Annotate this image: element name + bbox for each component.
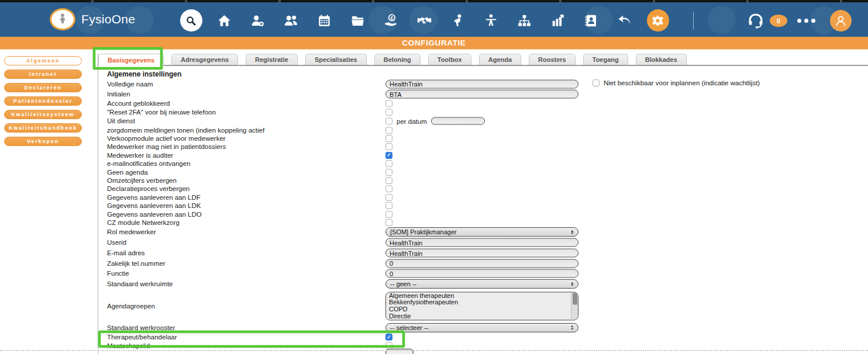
orgchart-icon[interactable] bbox=[508, 7, 541, 34]
field-row-functie: Functie0 bbox=[107, 268, 587, 279]
tab-toolbox[interactable]: Toolbox bbox=[428, 54, 471, 65]
bottom-dotted-line bbox=[0, 350, 868, 351]
field-row-reset-2fa: "Reset 2FA" voor bij nieuwe telefoon bbox=[107, 108, 587, 116]
user-add-icon[interactable] bbox=[241, 7, 274, 34]
sidebar-item-algemeen[interactable]: Algemeen bbox=[4, 56, 82, 65]
agendagroepen-listbox[interactable]: Algemeen therapeutenBekkenfysiotherapeut… bbox=[385, 291, 578, 320]
logo-figure-icon bbox=[50, 8, 75, 30]
field-row-initialen: InitialenBTA bbox=[107, 89, 587, 100]
user-avatar[interactable] bbox=[830, 10, 852, 32]
cz-module-netwerkzorg-checkbox[interactable] bbox=[385, 219, 392, 226]
account-geblokkeerd-label: Account geblokkeerd bbox=[107, 100, 170, 107]
gegevens-aanleveren-ldo-checkbox[interactable] bbox=[385, 211, 392, 218]
initialen-input[interactable]: BTA bbox=[385, 90, 578, 99]
sidebar-item-pati-ntendossier[interactable]: Patiëntendossier bbox=[4, 96, 82, 106]
tab-specialisaties[interactable]: Specialisaties bbox=[305, 54, 367, 65]
select-stepper-icon: ▲▼ bbox=[571, 325, 574, 330]
home-icon[interactable] bbox=[208, 7, 241, 34]
tab-agenda[interactable]: Agenda bbox=[479, 54, 521, 65]
functie-label: Functie bbox=[107, 270, 129, 277]
field-row-maatschapslid: Maatschapslid bbox=[107, 341, 587, 349]
contacts-icon[interactable] bbox=[574, 7, 608, 34]
tab-blokkades[interactable]: Blokkades bbox=[636, 54, 687, 65]
balance-icon[interactable] bbox=[474, 7, 508, 34]
rol-medewerker-label: Rol medewerker bbox=[107, 228, 156, 235]
standaard-werkrooster-select[interactable]: -- selecteer --▲▼ bbox=[385, 323, 578, 332]
field-row-zorgdomein-meldingen: zorgdomein meldingen tonen (indien koppe… bbox=[107, 126, 587, 134]
declaratieproces-verbergen-checkbox[interactable] bbox=[385, 185, 392, 192]
verkoopmodule-actief-checkbox[interactable] bbox=[385, 135, 392, 142]
users-icon[interactable] bbox=[274, 7, 308, 34]
exercise-icon[interactable] bbox=[441, 7, 474, 34]
omzetcijfers-verbergen-checkbox[interactable] bbox=[385, 177, 392, 184]
tab-toegang[interactable]: Toegang bbox=[583, 54, 628, 65]
standaard-werkrooster-selected-value: -- selecteer -- bbox=[390, 324, 428, 331]
field-row-gegevens-aanleveren-ldf: Gegevens aanleveren aan LDF bbox=[107, 193, 587, 202]
medewerker-is-auditer-checkbox[interactable]: ✓ bbox=[385, 152, 392, 159]
account-geblokkeerd-checkbox[interactable] bbox=[385, 100, 392, 107]
reset-2fa-label: "Reset 2FA" voor bij nieuwe telefoon bbox=[107, 109, 216, 116]
gears-icon[interactable] bbox=[641, 7, 674, 34]
rol-medewerker-select[interactable]: [SOM] Praktijkmanager▲▼ bbox=[385, 227, 578, 237]
tab-roosters[interactable]: Roosters bbox=[529, 54, 576, 65]
agendagroepen-option-bekkenfysiotherapeuten[interactable]: Bekkenfysiotherapeuten bbox=[386, 299, 578, 306]
niet-beschikbaar-label: Niet beschikbaar voor inplannen (indicat… bbox=[604, 79, 760, 86]
fysioone-logo[interactable]: FysioOne bbox=[50, 8, 135, 30]
declaratieproces-verbergen-label: Declaratieproces verbergen bbox=[107, 185, 190, 192]
tab-registratie[interactable]: Registratie bbox=[246, 54, 298, 65]
geen-agenda-checkbox[interactable] bbox=[385, 169, 392, 176]
uit-dienst-checkbox[interactable] bbox=[385, 117, 392, 124]
userid-input[interactable]: HealthTrain bbox=[385, 238, 578, 247]
agendagroepen-option-copd[interactable]: COPD bbox=[386, 306, 578, 313]
calendar-icon[interactable] bbox=[308, 7, 341, 34]
volledige-naam-input[interactable]: HealthTrain bbox=[385, 79, 578, 88]
reset-2fa-checkbox[interactable] bbox=[385, 109, 392, 116]
sidebar-item-kwaliteitshandboek[interactable]: Kwaliteitshandboek bbox=[4, 123, 82, 133]
therapeut-behandelaar-checkbox[interactable]: ✓ bbox=[385, 334, 392, 341]
more-menu-button[interactable] bbox=[797, 19, 815, 23]
omzetcijfers-verbergen-label: Omzetcijfers verbergen bbox=[107, 177, 177, 184]
medewerker-mag-niet-in-patientdossiers-checkbox[interactable] bbox=[385, 143, 392, 150]
e-mail-adres-input[interactable]: HealthTrain bbox=[385, 249, 578, 258]
search-icon[interactable] bbox=[174, 7, 208, 34]
support-headset-icon[interactable] bbox=[746, 11, 765, 32]
uit-dienst-date-input[interactable] bbox=[431, 117, 485, 125]
sidebar-item-intranet[interactable]: Intranet bbox=[4, 70, 82, 79]
field-row-medewerker-is-auditer: Medewerker is auditer✓ bbox=[107, 151, 587, 159]
agendagroepen-option-directie[interactable]: Directie bbox=[386, 313, 578, 320]
handshake-icon[interactable] bbox=[408, 7, 441, 34]
agendagroepen-label: Agendagroepen bbox=[107, 303, 155, 310]
configuratie-title-bar: CONFIGURATIE bbox=[0, 37, 868, 50]
gegevens-aanleveren-ldf-checkbox[interactable] bbox=[385, 194, 392, 201]
niet-beschikbaar-checkbox[interactable] bbox=[593, 79, 600, 86]
maatschapslid-checkbox[interactable] bbox=[385, 342, 392, 349]
maatschapslid-related-input-cutoff[interactable] bbox=[385, 349, 414, 354]
folder-icon[interactable] bbox=[341, 7, 374, 34]
listbox-scrollbar-thumb[interactable] bbox=[573, 293, 577, 304]
euro-hand-icon[interactable]: € bbox=[374, 7, 408, 34]
e-mailnotificaties-ontvangen-checkbox[interactable] bbox=[385, 160, 392, 167]
sidebar-item-verkopen[interactable]: Verkopen bbox=[4, 137, 82, 146]
tab-bar: BasisgegevensAdresgegevensRegistratieSpe… bbox=[98, 54, 687, 66]
sidebar-item-kwaliteitssysteem[interactable]: Kwaliteitssysteem bbox=[4, 110, 82, 119]
uit-dienst-label: Uit dienst bbox=[107, 117, 135, 124]
tab-basisgegevens[interactable]: Basisgegevens bbox=[98, 54, 164, 66]
gegevens-aanleveren-ldk-checkbox[interactable] bbox=[385, 202, 392, 209]
undo-icon[interactable] bbox=[608, 7, 641, 34]
page-title: CONFIGURATIE bbox=[402, 39, 466, 47]
medewerker-mag-niet-in-patientdossiers-label: Medewerker mag niet in patientdossiers bbox=[107, 143, 226, 150]
standaard-werkruimte-select[interactable]: -- geen --▲▼ bbox=[385, 279, 578, 289]
content-left-border bbox=[98, 54, 98, 354]
tab-adresgegevens[interactable]: Adresgegevens bbox=[171, 54, 238, 65]
maatschapslid-label: Maatschapslid bbox=[107, 342, 150, 349]
tab-beloning[interactable]: Beloning bbox=[374, 54, 421, 65]
sidebar-item-declareren[interactable]: Declareren bbox=[4, 83, 82, 92]
zakelijk-tel-nummer-input[interactable]: 0 bbox=[385, 259, 578, 268]
header-bg-decoration bbox=[708, 6, 736, 34]
listbox-scrollbar[interactable] bbox=[571, 292, 578, 320]
standaard-werkruimte-selected-value: -- geen -- bbox=[390, 280, 416, 287]
select-stepper-icon: ▲▼ bbox=[571, 282, 574, 287]
functie-input[interactable]: 0 bbox=[385, 269, 578, 278]
zorgdomein-meldingen-checkbox[interactable] bbox=[385, 127, 392, 134]
barchart-icon[interactable] bbox=[541, 7, 574, 34]
